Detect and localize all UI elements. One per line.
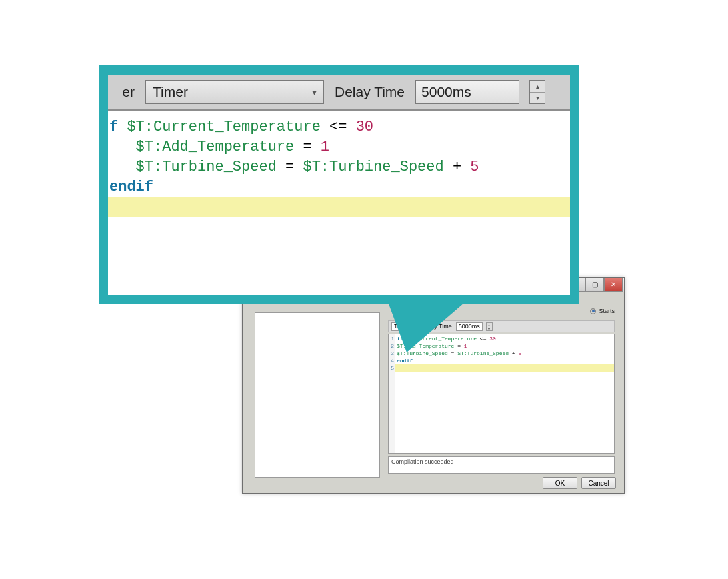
maximize-button[interactable]: ▢ [585, 278, 604, 292]
zoom-code[interactable]: f $T:Current_Temperature <= 30 $T:Add_Te… [108, 111, 570, 295]
zoom-spin-down-icon[interactable]: ▾ [530, 93, 545, 104]
starts-radio[interactable] [590, 308, 596, 314]
run-option-row: Starts [590, 306, 615, 316]
close-button[interactable]: ✕ [604, 278, 623, 292]
code-line: endif [397, 357, 614, 364]
zoom-spin-up-icon[interactable]: ▴ [530, 81, 545, 93]
script-list[interactable] [255, 312, 380, 478]
zoom-inner: er Timer ▾ Delay Time 5000ms ▴ ▾ f $T:Cu… [108, 75, 570, 295]
trigger-label-cut: er [115, 84, 135, 100]
compile-status-text: Compilation succeeded [391, 458, 454, 465]
zoom-code-line: endif [109, 177, 570, 197]
zoom-delay-value: 5000ms [421, 84, 471, 100]
left-panel [252, 306, 380, 478]
starts-label: Starts [599, 308, 615, 314]
delay-spinner[interactable]: ▴ ▾ [486, 322, 493, 331]
spin-down-icon[interactable]: ▾ [487, 327, 492, 331]
dialog-buttons: OK Cancel [543, 477, 616, 489]
zoom-delay-input[interactable]: 5000ms [415, 80, 519, 104]
ok-button[interactable]: OK [543, 477, 577, 489]
zoom-callout: er Timer ▾ Delay Time 5000ms ▴ ▾ f $T:Cu… [99, 65, 579, 304]
cancel-button[interactable]: Cancel [581, 477, 616, 489]
compile-status: Compilation succeeded [388, 456, 615, 474]
zoom-current-line-highlight [108, 197, 570, 217]
zoom-code-line: $T:Turbine_Speed = $T:Turbine_Speed + 5 [109, 157, 570, 177]
zoom-code-line: $T:Add_Temperature = 1 [109, 137, 570, 157]
zoom-trigger-value: Timer [153, 84, 188, 100]
zoom-code-line: f $T:Current_Temperature <= 30 [109, 117, 570, 137]
zoom-toolbar: er Timer ▾ Delay Time 5000ms ▴ ▾ [108, 75, 570, 111]
close-icon: ✕ [611, 281, 616, 288]
dropdown-icon: ▾ [305, 81, 323, 103]
zoom-delay-spinner[interactable]: ▴ ▾ [529, 80, 545, 104]
zoom-trigger-select[interactable]: Timer ▾ [145, 80, 324, 104]
zoom-delay-label: Delay Time [335, 84, 405, 100]
current-line-highlight [395, 364, 614, 372]
maximize-icon: ▢ [592, 281, 598, 288]
